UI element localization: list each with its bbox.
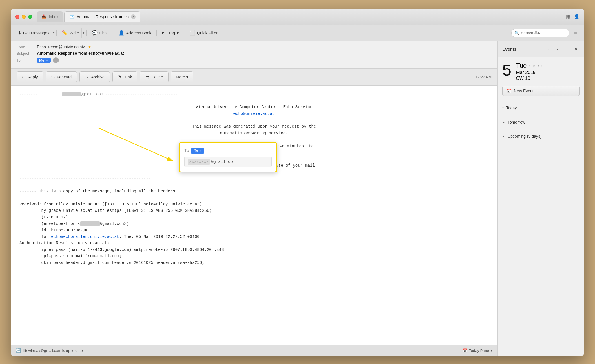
tooltip-email-row: xxxxxxxx @gmail.com <box>184 157 272 167</box>
to-chip[interactable]: Me ☆ <box>37 58 51 63</box>
body-line20: Authentication-Results: univie.ac.at; <box>19 240 489 246</box>
tooltip-to-label: To <box>184 148 189 154</box>
tomorrow-section: ► Tomorrow <box>498 116 584 128</box>
events-close-button[interactable]: ✕ <box>573 46 580 53</box>
body-line4: automatic answering service. <box>19 130 489 136</box>
new-event-label: New Event <box>514 89 534 93</box>
events-nav-right[interactable]: › <box>563 46 570 53</box>
calendar-header: 5 Tue ‹ ○ › › Mar 2019 CW 10 <box>498 57 584 86</box>
events-nav-left[interactable]: ‹ <box>545 46 552 53</box>
tooltip-email-blurred: xxxxxxxx <box>188 159 210 165</box>
chat-icon: 💬 <box>92 30 98 36</box>
chat-label: Chat <box>99 31 108 35</box>
subject-label: Subject <box>17 51 37 56</box>
upcoming-section-header[interactable]: ► Upcoming (5 days) <box>498 132 584 141</box>
forward-label: Forward <box>57 75 72 79</box>
body-divider2: ----------------------------------------… <box>19 175 489 181</box>
today-label: Today <box>506 106 517 110</box>
tab-inbox[interactable]: 📥 Inbox <box>37 11 63 22</box>
forward-button[interactable]: ↪ Forward <box>46 71 77 82</box>
get-messages-button[interactable]: ⬇ Get Messages <box>14 28 53 38</box>
reply-button[interactable]: ↩ Reply <box>17 71 43 82</box>
maximize-button[interactable] <box>28 15 32 19</box>
tooltip-to-row: To Me ☆ <box>184 148 272 154</box>
body-line12: ------- This is a copy of the message, i… <box>19 188 489 194</box>
titlebar: 📥 Inbox ✉️ Automatic Response from ec × … <box>11 9 584 25</box>
new-event-button[interactable]: 📅 New Event <box>502 86 580 96</box>
more-label: More <box>176 75 185 79</box>
new-event-icon: 📅 <box>507 89 512 93</box>
upcoming-label: Upcoming (5 days) <box>508 134 542 139</box>
to-chip-star: ☆ <box>45 58 48 62</box>
email-tab-icon: ✉️ <box>69 14 74 19</box>
junk-button[interactable]: ⚑ Junk <box>112 71 138 82</box>
from-star[interactable]: ★ <box>88 45 92 49</box>
today-pane-label[interactable]: Today Pane <box>469 348 489 353</box>
status-bar: 🔄 lifewire.ak@gmail.com is up to date 📅 … <box>11 345 497 356</box>
email-tab-label: Automatic Response from ec <box>76 14 129 19</box>
separator-1 <box>56 30 57 36</box>
email-body[interactable]: -------- xxxxxxxx@gmail.com ------------… <box>11 86 497 345</box>
quick-filter-button[interactable]: ⬜ Quick Filter <box>186 28 221 38</box>
address-indicator[interactable]: ▾ <box>53 57 59 63</box>
tag-button[interactable]: 🏷 Tag ▾ <box>158 28 182 38</box>
archive-button[interactable]: 🗄 Archive <box>79 71 110 82</box>
menu-button[interactable]: ≡ <box>570 28 581 38</box>
get-messages-label: Get Messages <box>23 31 49 35</box>
address-book-button[interactable]: 👤 Address Book <box>115 28 155 38</box>
from-row: From Echo <echo@univie.ac.at> ★ <box>17 45 492 49</box>
user-icon[interactable]: 👤 <box>574 14 580 19</box>
echomailer-link[interactable]: echo@echomailer.univie.ac.at <box>51 234 119 239</box>
get-messages-icon: ⬇ <box>18 30 21 36</box>
body-line15: by grace.univie.ac.at with esmtps (TLSv1… <box>19 207 489 214</box>
cal-nav-dot: ○ <box>533 64 535 68</box>
chat-button[interactable]: 💬 Chat <box>88 28 112 38</box>
today-pane-dropdown[interactable]: ▾ <box>491 348 493 353</box>
titlebar-controls: ▦ 👤 <box>566 14 580 19</box>
action-bar: ↩ Reply ↪ Forward 🗄 Archive ⚑ Junk 🗑 <box>11 69 497 86</box>
quick-filter-label: Quick Filter <box>197 31 218 35</box>
write-icon: ✏️ <box>62 30 68 36</box>
search-box[interactable]: 🔍 <box>511 29 569 37</box>
cal-nav-prev[interactable]: ‹ <box>529 63 530 68</box>
get-messages-dropdown[interactable]: ▾ <box>52 28 55 38</box>
sync-icon: 🔄 <box>15 348 21 353</box>
status-message: lifewire.ak@gmail.com is up to date <box>23 348 83 353</box>
to-row: To Me ☆ ▾ <box>17 57 492 63</box>
inbox-tab-icon: 📥 <box>41 14 46 19</box>
events-header: Events ‹ • › ✕ <box>498 41 584 57</box>
calendar-day-number: 5 <box>502 62 511 78</box>
archive-label: Archive <box>91 75 105 79</box>
section-divider-1 <box>498 101 584 101</box>
tomorrow-section-header[interactable]: ► Tomorrow <box>498 117 584 127</box>
grid-icon[interactable]: ▦ <box>566 14 570 19</box>
tab-close-button[interactable]: × <box>131 14 136 19</box>
search-icon: 🔍 <box>514 31 519 35</box>
cal-nav-expand[interactable]: › <box>541 63 543 68</box>
close-button[interactable] <box>15 15 19 19</box>
tag-label: Tag <box>168 31 175 35</box>
section-divider-3 <box>498 129 584 129</box>
email-pane: From Echo <echo@univie.ac.at> ★ Subject … <box>11 41 497 356</box>
delete-button[interactable]: 🗑 Delete <box>140 71 168 82</box>
more-button[interactable]: More ▾ <box>171 71 193 82</box>
tooltip-popup: To Me ☆ xxxxxxxx @gmail.com <box>179 142 277 172</box>
echo-link[interactable]: echo@univie.ac.at <box>233 111 275 116</box>
events-sidebar: Events ‹ • › ✕ 5 Tue ‹ ○ › › <box>497 41 584 356</box>
search-input[interactable] <box>521 31 566 35</box>
from-name: Echo <echo@univie.ac.at> <box>37 45 85 49</box>
minimize-button[interactable] <box>22 15 26 19</box>
toolbar: ⬇ Get Messages ▾ ✏️ Write ▾ 💬 Chat 👤 Add… <box>11 25 584 41</box>
write-dropdown[interactable]: ▾ <box>81 28 85 38</box>
tooltip-chip[interactable]: Me ☆ <box>191 148 204 154</box>
write-button[interactable]: ✏️ Write <box>59 28 82 38</box>
separator-5 <box>184 30 184 36</box>
tab-email[interactable]: ✉️ Automatic Response from ec × <box>64 11 140 22</box>
traffic-lights <box>15 15 32 19</box>
today-section-header[interactable]: ▾ Today <box>498 103 584 113</box>
today-section: ▾ Today <box>498 102 584 114</box>
separator-2 <box>86 30 87 36</box>
cal-nav-next[interactable]: › <box>537 63 539 68</box>
delete-icon: 🗑 <box>145 75 149 80</box>
events-nav-dot[interactable]: • <box>554 46 561 53</box>
